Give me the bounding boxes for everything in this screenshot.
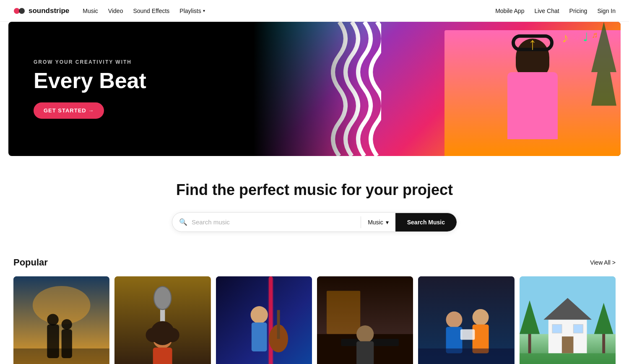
card-image-3	[216, 276, 312, 364]
svg-rect-21	[252, 322, 267, 351]
svg-point-0	[14, 8, 20, 14]
search-button[interactable]: Search Music	[395, 213, 457, 231]
svg-rect-37	[418, 348, 514, 364]
nav-video[interactable]: Video	[108, 8, 123, 14]
svg-rect-13	[153, 348, 172, 364]
search-input-wrap: 🔍	[172, 213, 361, 231]
nav-sign-in[interactable]: Sign In	[597, 8, 616, 14]
svg-rect-42	[562, 336, 574, 353]
svg-point-11	[154, 286, 171, 309]
svg-point-29	[356, 325, 374, 343]
nav-right: Mobile App Live Chat Pricing Sign In	[495, 8, 616, 14]
card-image-4	[317, 276, 413, 364]
svg-rect-36	[460, 329, 475, 340]
svg-point-15	[146, 328, 160, 342]
svg-rect-43	[552, 325, 562, 333]
music-notes-decoration: ♪ ♫ ♩ ♬	[562, 30, 612, 46]
list-item[interactable]	[317, 276, 413, 364]
search-icon: 🔍	[179, 218, 187, 226]
popular-header: Popular View All >	[13, 257, 616, 268]
search-type-selector[interactable]: Music ▾	[361, 219, 395, 226]
chevron-down-icon: ▾	[203, 8, 205, 13]
svg-rect-19	[268, 276, 273, 364]
svg-point-16	[165, 328, 179, 342]
hero-content: GROW YOUR CREATIVITY WITH Every Beat GET…	[34, 59, 146, 119]
hero-image: ♪ ♫ ♩ ♬ ↑	[253, 22, 621, 156]
svg-rect-30	[356, 341, 374, 364]
card-image-2	[114, 276, 211, 364]
svg-point-7	[62, 319, 72, 330]
logo[interactable]: soundstripe	[13, 5, 69, 17]
navigation: soundstripe Music Video Sound Effects Pl…	[0, 0, 629, 22]
nav-sound-effects[interactable]: Sound Effects	[133, 8, 169, 14]
svg-rect-8	[13, 348, 109, 364]
view-all-link[interactable]: View All >	[590, 259, 616, 266]
search-type-chevron-icon: ▾	[386, 219, 389, 226]
popular-title: Popular	[13, 257, 48, 268]
list-item[interactable]	[520, 276, 616, 364]
nav-playlists[interactable]: Playlists ▾	[179, 8, 205, 14]
svg-rect-27	[327, 291, 360, 334]
hero-subtitle: GROW YOUR CREATIVITY WITH	[34, 59, 146, 65]
list-item[interactable]	[114, 276, 211, 364]
list-item[interactable]	[13, 276, 109, 364]
search-section-title: Find the perfect music for your project	[8, 181, 621, 199]
nav-music[interactable]: Music	[83, 8, 98, 14]
svg-point-34	[473, 309, 489, 325]
card-image-6	[520, 276, 616, 364]
svg-rect-24	[277, 310, 280, 339]
svg-point-3	[33, 286, 91, 325]
list-item[interactable]	[418, 276, 514, 364]
svg-point-1	[19, 8, 25, 14]
card-image-5	[418, 276, 514, 364]
logo-text: soundstripe	[29, 7, 69, 15]
nav-live-chat[interactable]: Live Chat	[534, 8, 559, 14]
nav-left: soundstripe Music Video Sound Effects Pl…	[13, 5, 205, 17]
svg-point-32	[446, 312, 463, 328]
arrow-decoration: ↑	[528, 34, 537, 53]
nav-mobile-app[interactable]: Mobile App	[495, 8, 524, 14]
search-section: Find the perfect music for your project …	[0, 156, 629, 249]
hero-title: Every Beat	[34, 69, 146, 92]
nav-links: Music Video Sound Effects Playlists ▾	[83, 8, 205, 14]
svg-rect-49	[520, 353, 616, 364]
svg-rect-44	[573, 325, 583, 333]
card-image-1	[13, 276, 109, 364]
search-input[interactable]	[192, 213, 354, 231]
list-item[interactable]	[216, 276, 312, 364]
svg-point-5	[47, 314, 59, 325]
svg-rect-47	[602, 332, 605, 354]
search-type-label: Music	[368, 219, 383, 226]
get-started-button[interactable]: GET STARTED →	[34, 102, 104, 119]
hero-banner: GROW YOUR CREATIVITY WITH Every Beat GET…	[8, 22, 621, 156]
svg-point-20	[250, 306, 268, 323]
popular-section: Popular View All >	[0, 249, 629, 364]
nav-pricing[interactable]: Pricing	[569, 8, 587, 14]
popular-grid	[13, 276, 616, 364]
logo-icon	[13, 5, 25, 17]
search-bar: 🔍 Music ▾ Search Music	[172, 212, 457, 232]
